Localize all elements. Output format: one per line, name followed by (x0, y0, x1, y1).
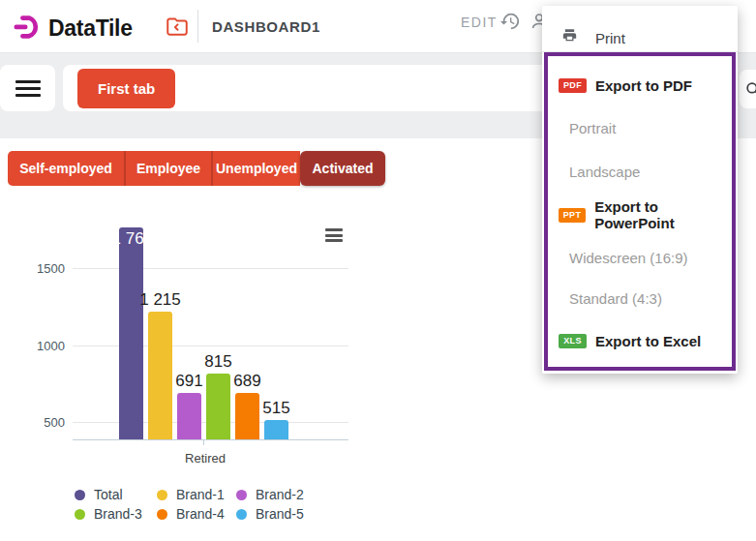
tab-first[interactable]: First tab (77, 69, 175, 108)
legend-item-brand-1[interactable]: Brand-1 (157, 487, 225, 502)
dashboard-title: DASHBOARD1 (212, 18, 320, 35)
menu-item-pdf-portrait[interactable]: Portrait (569, 117, 616, 138)
legend-item-brand-5[interactable]: Brand-5 (236, 506, 304, 522)
print-icon (561, 28, 578, 47)
sidebar-menu-button[interactable] (0, 65, 55, 111)
bar-value-label: 1 763 (119, 229, 143, 249)
menu-item-export-ppt[interactable]: PPT Export to PowerPoint (559, 204, 738, 225)
menu-label: Export to PDF (595, 77, 692, 94)
logo[interactable]: DataTile (14, 12, 133, 45)
bar-value-label: 515 (262, 399, 289, 418)
legend-dot (157, 509, 167, 520)
edit-button[interactable]: EDIT (461, 15, 498, 30)
search-icon (744, 80, 756, 99)
x-axis-line (73, 439, 348, 440)
x-axis-tick (203, 440, 204, 445)
bar-brand-1[interactable]: 1 215 (148, 312, 172, 439)
menu-item-print[interactable]: Print (561, 27, 625, 48)
menu-label: Print (595, 30, 625, 46)
ppt-badge-icon: PPT (559, 208, 586, 223)
filter-tabs: Self-employed Employee Unemployed Activa… (8, 151, 385, 186)
pdf-badge-icon: PDF (559, 78, 587, 93)
dashboard-app: DataTile DASHBOARD1 EDIT First tab (0, 0, 756, 541)
legend-label: Brand-4 (176, 506, 225, 522)
legend-item-total[interactable]: Total (75, 487, 123, 502)
bar-total[interactable]: 1 763 (119, 227, 143, 439)
search-button[interactable] (740, 70, 756, 108)
x-axis-label: Retired (142, 451, 268, 466)
legend-label: Total (94, 487, 123, 502)
segment-activated[interactable]: Activated (300, 151, 385, 186)
menu-label: Landscape (569, 164, 640, 180)
export-dropdown-menu: Print PDF Export to PDF Portrait Landsca… (542, 6, 738, 374)
legend-label: Brand-2 (256, 487, 304, 502)
menu-item-export-pdf[interactable]: PDF Export to PDF (559, 75, 692, 96)
folder-back-icon[interactable] (165, 14, 190, 39)
legend-dot (236, 490, 247, 500)
legend-item-brand-4[interactable]: Brand-4 (157, 506, 225, 522)
bar-chart-plot: 1 763 1 215 691 815 689 515 (73, 223, 348, 440)
segment-employee[interactable]: Employee (124, 151, 211, 186)
logo-text: DataTile (48, 15, 133, 42)
segment-unemployed[interactable]: Unemployed (211, 151, 300, 186)
hamburger-icon (15, 76, 41, 101)
y-tick-label: 1000 (27, 339, 65, 353)
menu-label: Portrait (569, 120, 616, 136)
menu-item-ppt-widescreen[interactable]: Widescreen (16:9) (569, 247, 688, 268)
menu-label: Export to PowerPoint (594, 198, 738, 231)
menu-item-pdf-landscape[interactable]: Landscape (569, 161, 640, 182)
menu-divider (542, 51, 738, 52)
menu-item-export-xls[interactable]: XLS Export to Excel (559, 330, 701, 351)
bar-brand-4[interactable]: 689 (235, 393, 259, 439)
legend-item-brand-3[interactable]: Brand-3 (75, 506, 142, 522)
legend-dot (75, 509, 85, 520)
history-icon[interactable] (499, 11, 521, 36)
menu-item-ppt-standard[interactable]: Standard (4:3) (569, 287, 662, 309)
bar-value-label: 691 (175, 372, 202, 391)
menu-label: Standard (4:3) (569, 290, 662, 307)
legend-dot (157, 490, 167, 500)
legend-label: Brand-5 (256, 506, 304, 522)
bar-value-label: 689 (233, 372, 260, 391)
datatile-logo-icon (14, 12, 43, 45)
menu-label: Widescreen (16:9) (569, 250, 688, 266)
bar-value-label: 1 215 (139, 290, 181, 310)
legend-label: Brand-3 (94, 506, 142, 522)
xls-badge-icon: XLS (559, 334, 587, 348)
bar-brand-2[interactable]: 691 (177, 393, 201, 439)
chart-menu-icon[interactable] (325, 228, 343, 245)
y-axis: 50010001500 (27, 223, 65, 440)
bar-value-label: 815 (204, 352, 231, 372)
bar-brand-5[interactable]: 515 (264, 420, 288, 439)
bar-brand-3[interactable]: 815 (206, 374, 230, 439)
y-tick-label: 1500 (27, 261, 65, 276)
segment-self-employed[interactable]: Self-employed (8, 151, 124, 186)
legend-dot (236, 509, 247, 520)
header-divider (197, 10, 198, 43)
gridline (73, 346, 348, 346)
menu-label: Export to Excel (595, 333, 701, 349)
y-tick-label: 500 (27, 415, 65, 430)
legend-item-brand-2[interactable]: Brand-2 (236, 487, 304, 502)
legend-label: Brand-1 (176, 487, 225, 502)
legend-dot (75, 490, 85, 500)
gridline (73, 268, 348, 269)
